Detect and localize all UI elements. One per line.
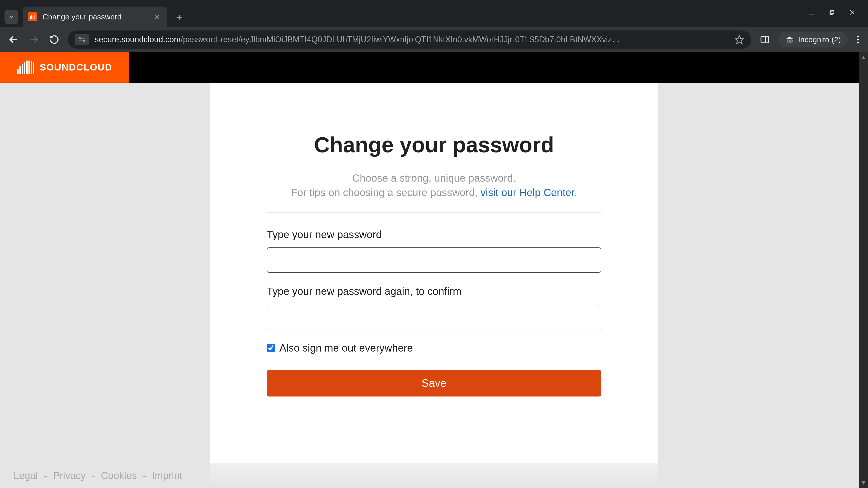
- svg-point-27: [857, 41, 859, 43]
- password-form-card: Change your password Choose a strong, un…: [210, 83, 658, 488]
- tab-close-button[interactable]: [154, 13, 160, 20]
- bookmark-button[interactable]: [735, 35, 744, 44]
- incognito-indicator[interactable]: Incognito (2): [778, 32, 848, 47]
- signout-everywhere-checkbox[interactable]: [267, 344, 275, 352]
- new-tab-button[interactable]: [175, 13, 186, 22]
- site-info-button[interactable]: [74, 34, 89, 45]
- scroll-up-arrow[interactable]: ▲: [861, 54, 866, 61]
- browser-tab[interactable]: Change your password: [23, 6, 167, 27]
- tab-strip: Change your password: [0, 0, 807, 27]
- svg-point-23: [790, 40, 792, 42]
- signout-checkbox-label[interactable]: Also sign me out everywhere: [279, 342, 413, 354]
- side-panel-button[interactable]: [758, 33, 772, 46]
- signout-checkbox-row: Also sign me out everywhere: [267, 342, 601, 354]
- browser-titlebar: Change your password: [0, 0, 868, 27]
- close-window-button[interactable]: [848, 8, 857, 17]
- scroll-down-arrow[interactable]: ▼: [861, 479, 866, 486]
- forward-button[interactable]: [27, 33, 41, 46]
- save-button[interactable]: Save: [267, 370, 601, 396]
- page-title: Change your password: [267, 132, 601, 157]
- incognito-icon: [785, 35, 794, 44]
- svg-marker-19: [735, 35, 744, 44]
- tab-favicon: [28, 12, 37, 21]
- reload-button[interactable]: [48, 33, 61, 46]
- url-path: /password-reset/eyJlbmMiOiJBMTI4Q0JDLUhT…: [181, 35, 620, 44]
- new-password-input[interactable]: [267, 248, 601, 273]
- tab-title: Change your password: [42, 12, 147, 21]
- svg-point-15: [79, 37, 81, 39]
- subtitle-line2-suffix: .: [574, 187, 577, 198]
- page-viewport: SOUNDCLOUD Change your password Choose a…: [0, 52, 868, 488]
- browser-toolbar: secure.soundcloud.com/password-reset/eyJ…: [0, 27, 868, 52]
- help-center-link[interactable]: visit our Help Center: [480, 187, 574, 198]
- footer-link-privacy[interactable]: Privacy: [53, 470, 86, 481]
- content-area: Change your password Choose a strong, un…: [0, 83, 868, 488]
- soundcloud-logo-text: SOUNDCLOUD: [40, 62, 112, 73]
- svg-rect-20: [761, 36, 769, 43]
- footer-link-imprint[interactable]: Imprint: [152, 470, 182, 481]
- svg-rect-2: [33, 16, 33, 19]
- page-footer: Legal - Privacy - Cookies - Imprint: [0, 463, 859, 488]
- address-bar[interactable]: secure.soundcloud.com/password-reset/eyJ…: [68, 31, 751, 48]
- svg-point-17: [83, 40, 85, 41]
- tab-search-button[interactable]: [4, 10, 18, 24]
- maximize-button[interactable]: [827, 8, 836, 17]
- footer-separator: -: [143, 470, 146, 481]
- subtitle-line1: Choose a strong, unique password.: [352, 172, 516, 184]
- svg-point-26: [857, 39, 859, 40]
- browser-menu-button[interactable]: [855, 35, 861, 44]
- confirm-password-input[interactable]: [267, 304, 601, 329]
- subtitle-line2-prefix: For tips on choosing a secure password,: [291, 187, 480, 198]
- svg-rect-3: [34, 15, 34, 19]
- footer-separator: -: [92, 470, 95, 481]
- svg-rect-9: [831, 10, 834, 13]
- confirm-password-label: Type your new password again, to confirm: [267, 285, 601, 297]
- soundcloud-logo[interactable]: SOUNDCLOUD: [0, 52, 129, 83]
- vertical-scrollbar[interactable]: ▲ ▼: [859, 52, 868, 488]
- svg-rect-1: [31, 15, 32, 19]
- url-text: secure.soundcloud.com/password-reset/eyJ…: [95, 35, 729, 44]
- url-domain: secure.soundcloud.com: [95, 35, 181, 44]
- svg-point-25: [857, 36, 859, 37]
- footer-link-cookies[interactable]: Cookies: [101, 470, 137, 481]
- footer-link-legal[interactable]: Legal: [13, 470, 38, 481]
- svg-rect-10: [830, 11, 833, 14]
- minimize-button[interactable]: [807, 8, 816, 17]
- new-password-label: Type your new password: [267, 228, 601, 240]
- svg-rect-0: [30, 16, 31, 19]
- incognito-label: Incognito (2): [798, 35, 841, 44]
- soundcloud-logo-icon: [17, 61, 34, 74]
- page-subtitle: Choose a strong, unique password. For ti…: [267, 171, 601, 213]
- window-controls: [807, 0, 868, 17]
- footer-separator: -: [44, 470, 47, 481]
- svg-point-22: [787, 40, 789, 42]
- site-header: SOUNDCLOUD: [0, 52, 868, 83]
- back-button[interactable]: [7, 33, 20, 46]
